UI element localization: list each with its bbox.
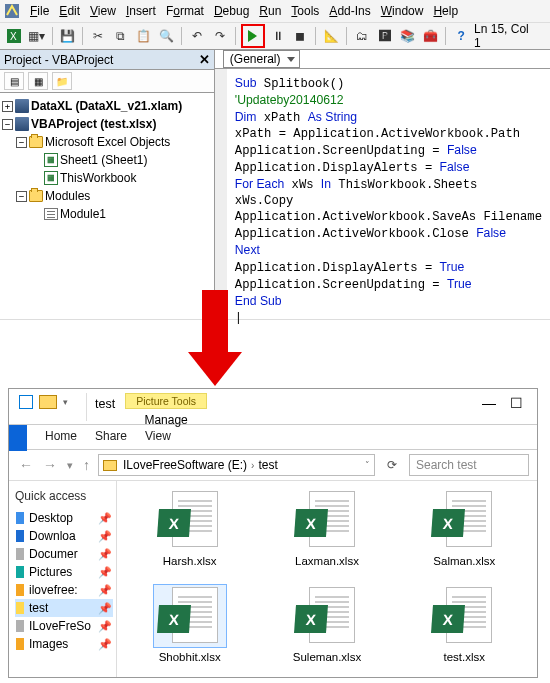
search-input[interactable]: Search test: [409, 454, 529, 476]
breadcrumb: ILoveFreeSoftware (E:) › test: [123, 458, 278, 472]
paste-icon[interactable]: 📋: [134, 26, 154, 46]
menu-view[interactable]: View: [86, 3, 120, 19]
procedure-dropdown[interactable]: (General): [223, 50, 300, 68]
project-pane-title: Project - VBAProject: [4, 53, 113, 67]
menu-debug[interactable]: Debug: [210, 3, 253, 19]
color-icon: [16, 602, 24, 614]
vba-app-icon: [4, 3, 20, 19]
tab-share[interactable]: Share: [95, 429, 127, 443]
sidebar-item-desktop[interactable]: Desktop📌: [15, 509, 113, 527]
view-code-icon[interactable]: ▤: [4, 72, 24, 90]
color-icon: [16, 584, 24, 596]
project-explorer-icon[interactable]: 🗂: [352, 26, 372, 46]
copy-icon[interactable]: ⧉: [111, 26, 131, 46]
tab-manage[interactable]: Manage: [125, 409, 207, 431]
undo-icon[interactable]: ↶: [187, 26, 207, 46]
recent-dropdown-icon[interactable]: ▾: [65, 459, 75, 472]
file-label: Suleman.xlsx: [275, 651, 379, 663]
project-tree: + DataXL (DataXL_v21.xlam) − VBAProject …: [0, 93, 214, 227]
pin-icon: 📌: [98, 530, 112, 543]
save-icon[interactable]: 💾: [58, 26, 78, 46]
object-browser-icon[interactable]: 📚: [398, 26, 418, 46]
design-mode-icon[interactable]: 📐: [321, 26, 341, 46]
menu-tools[interactable]: Tools: [287, 3, 323, 19]
toggle-folders-icon[interactable]: 📁: [52, 72, 72, 90]
menu-format[interactable]: Format: [162, 3, 208, 19]
up-icon[interactable]: ↑: [81, 457, 92, 473]
tree-sheet1[interactable]: ▦ Sheet1 (Sheet1): [44, 151, 212, 169]
file-Suleman-xlsx[interactable]: XSuleman.xlsx: [275, 585, 379, 677]
view-object-icon[interactable]: ▦: [28, 72, 48, 90]
back-icon[interactable]: ←: [17, 457, 35, 473]
run-button[interactable]: [241, 24, 265, 48]
redo-icon[interactable]: ↷: [210, 26, 230, 46]
insert-dropdown-icon[interactable]: ▦▾: [27, 26, 47, 46]
file-Laxman-xlsx[interactable]: XLaxman.xlsx: [275, 489, 379, 581]
module-icon: [44, 208, 58, 220]
toolbox-icon[interactable]: 🧰: [420, 26, 440, 46]
properties-icon[interactable]: 🅿: [375, 26, 395, 46]
minimize-icon[interactable]: —: [482, 395, 496, 411]
file-ribbon-accent[interactable]: [9, 425, 27, 451]
maximize-icon[interactable]: ☐: [510, 395, 523, 411]
file-label: Salman.xlsx: [412, 555, 516, 567]
tab-view[interactable]: View: [145, 429, 171, 443]
file-label: test.xlsx: [412, 651, 516, 663]
tree-project-dataxl[interactable]: + DataXL (DataXL_v21.xlam): [2, 97, 212, 115]
tree-thisworkbook[interactable]: ▦ ThisWorkbook: [44, 169, 212, 187]
address-bar[interactable]: ILoveFreeSoftware (E:) › test ˅: [98, 454, 375, 476]
menu-edit[interactable]: Edit: [55, 3, 84, 19]
sidebar-item-documer[interactable]: Documer📌: [15, 545, 113, 563]
excel-icon: X: [157, 509, 191, 537]
quick-access-heading[interactable]: Quick access: [15, 489, 113, 503]
menu-addins[interactable]: Add-Ins: [325, 3, 374, 19]
tree-folder-excel-objects[interactable]: − Microsoft Excel Objects: [16, 133, 212, 151]
address-dropdown-icon[interactable]: ˅: [365, 460, 370, 470]
close-icon[interactable]: ✕: [199, 52, 210, 67]
menubar: File Edit View Insert Format Debug Run T…: [0, 0, 550, 22]
color-icon: [16, 512, 24, 524]
project-icon: [15, 99, 29, 113]
sidebar-item-pictures[interactable]: Pictures📌: [15, 563, 113, 581]
reset-icon[interactable]: ◼: [291, 26, 311, 46]
sidebar-item-ilovefree:[interactable]: ilovefree:📌: [15, 581, 113, 599]
menu-window[interactable]: Window: [377, 3, 428, 19]
color-icon: [16, 620, 24, 632]
cursor-position: Ln 15, Col 1: [474, 22, 546, 50]
menu-help[interactable]: Help: [429, 3, 462, 19]
sheet-icon: ▦: [44, 153, 58, 167]
menu-run[interactable]: Run: [255, 3, 285, 19]
tree-folder-modules[interactable]: − Modules: [16, 187, 212, 205]
view-excel-icon[interactable]: X: [4, 26, 24, 46]
file-Shobhit-xlsx[interactable]: XShobhit.xlsx: [138, 585, 242, 677]
sidebar-item-images[interactable]: Images📌: [15, 635, 113, 653]
tree-project-test[interactable]: − VBAProject (test.xlsx): [2, 115, 212, 133]
svg-text:X: X: [10, 31, 17, 42]
code-editor[interactable]: Sub Splitbook() 'Updateby20140612 Dim xP…: [215, 69, 550, 332]
tree-module1[interactable]: Module1: [44, 205, 212, 223]
excel-icon: X: [294, 605, 328, 633]
break-icon[interactable]: ⏸: [268, 26, 288, 46]
pin-icon: 📌: [98, 566, 112, 579]
select-all-checkbox[interactable]: [19, 395, 33, 409]
file-Salman-xlsx[interactable]: XSalman.xlsx: [412, 489, 516, 581]
help-icon[interactable]: ?: [451, 26, 471, 46]
play-icon: [248, 30, 257, 42]
workbook-icon: ▦: [44, 171, 58, 185]
file-test-xlsx[interactable]: Xtest.xlsx: [412, 585, 516, 677]
color-icon: [16, 548, 24, 560]
refresh-icon[interactable]: ⟳: [381, 458, 403, 472]
sidebar-item-ilovefreso[interactable]: ILoveFreSo📌: [15, 617, 113, 635]
file-Harsh-xlsx[interactable]: XHarsh.xlsx: [138, 489, 242, 581]
sidebar-item-test[interactable]: test📌: [15, 599, 113, 617]
excel-icon: X: [431, 605, 465, 633]
menu-file[interactable]: File: [26, 3, 53, 19]
tab-home[interactable]: Home: [45, 429, 77, 443]
file-label: Laxman.xlsx: [275, 555, 379, 567]
cut-icon[interactable]: ✂: [88, 26, 108, 46]
find-icon[interactable]: 🔍: [157, 26, 177, 46]
folder-icon: [103, 460, 117, 471]
sidebar-item-downloa[interactable]: Downloa📌: [15, 527, 113, 545]
forward-icon[interactable]: →: [41, 457, 59, 473]
menu-insert[interactable]: Insert: [122, 3, 160, 19]
